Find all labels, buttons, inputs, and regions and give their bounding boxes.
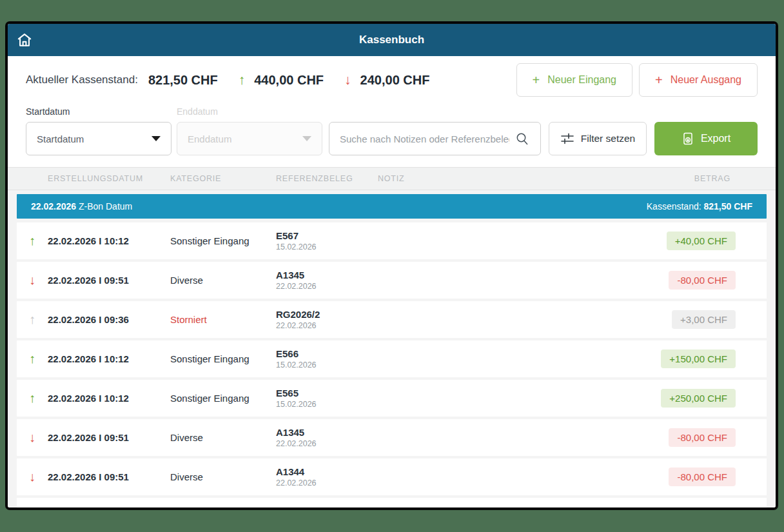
file-download-icon [681,132,694,145]
expense-total: 240,00 CHF [360,73,430,88]
row-amount-cell: +150,00 CHF [625,350,767,368]
zbon-banner: 22.02.2026 Z-Bon Datum Kassenstand: 821,… [17,194,767,219]
row-datetime: 22.02.2026 I 10:12 [48,393,170,404]
row-reference-number: E566 [276,348,378,360]
direction-arrow-icon: ↓ [17,273,48,288]
row-amount-cell: +40,00 CHF [625,232,767,250]
zbon-balance-value: 821,50 CHF [704,201,752,212]
new-income-label: Neuer Eingang [547,74,616,86]
amount-badge: +250,00 CHF [661,389,736,408]
end-date-select[interactable]: Enddatum [177,122,322,155]
zbon-label: Z-Bon Datum [79,201,132,212]
row-datetime: 22.02.2026 I 09:51 [48,432,170,443]
summary-bar: Aktueller Kassenstand: 821,50 CHF ↑ 440,… [8,56,776,104]
row-reference-number: A1345 [276,270,378,281]
table-header: ERSTELLUNGSDATUM KATEGORIE REFERENZBELEG… [8,167,776,190]
filter-bar: Startdatum Enddatum Startdatum Enddatum [8,104,776,167]
row-amount-cell: +3,00 CHF [625,310,767,329]
transaction-row[interactable]: ↑ 22.02.2026 I 10:12 Sonstiger Eingang E… [17,222,767,259]
plus-icon: + [655,73,663,88]
expense-arrow-icon: ↓ [344,72,351,88]
home-button[interactable] [8,24,41,56]
transaction-row[interactable]: ↑ 22.02.2026 I 10:12 Sonstiger Eingang E… [17,380,767,417]
start-date-value: Startdatum [37,133,84,144]
row-amount-cell: -80,00 CHF [625,468,767,486]
set-filter-button[interactable]: Filter setzen [549,122,647,155]
page-title: Kassenbuch [8,34,776,46]
transaction-row[interactable]: ↓ 22.02.2026 I 09:51 Diverse A1345 22.02… [17,262,767,299]
row-datetime: 22.02.2026 I 09:51 [48,275,170,286]
balance-summary: Aktueller Kassenstand: 821,50 CHF ↑ 440,… [26,72,429,88]
sliders-icon [560,132,574,146]
row-reference-date: 15.02.2026 [276,399,378,409]
amount-badge: -80,00 CHF [669,428,736,447]
balance-value: 821,50 CHF [148,73,218,88]
new-expense-button[interactable]: + Neuer Ausgang [639,63,758,97]
income-total: 440,00 CHF [254,73,324,88]
direction-arrow-icon: ↑ [17,312,48,327]
row-reference-number: RG2026/2 [276,309,378,320]
row-reference-date: 22.02.2026 [276,478,378,488]
row-reference: RG2026/2 22.02.2026 [276,309,378,331]
start-date-select[interactable]: Startdatum [26,122,172,155]
column-header-kategorie: KATEGORIE [170,174,276,183]
amount-badge: +150,00 CHF [661,350,736,368]
row-amount-cell: +250,00 CHF [625,389,767,408]
chevron-down-icon [302,136,311,141]
row-reference: A1345 22.02.2026 [276,270,378,291]
amount-badge: -80,00 CHF [669,468,736,486]
row-reference-date: 22.02.2026 [276,320,378,331]
entry-actions: + Neuer Eingang + Neuer Ausgang [516,63,758,97]
row-category: Diverse [170,432,276,443]
home-icon [16,32,33,48]
search-icon[interactable] [514,131,530,146]
balance-label: Aktueller Kassenstand: [26,74,138,86]
amount-badge: -80,00 CHF [669,271,736,290]
zbon-balance-label: Kassenstand: [647,201,701,212]
column-header-betrag: BETRAG [625,174,767,183]
chevron-down-icon [152,136,161,141]
zbon-date: 22.02.2026 [31,201,76,212]
row-category: Sonstiger Eingang [170,393,276,404]
row-category: Diverse [170,471,276,482]
transaction-row[interactable]: ↑ 22.02.2026 I 09:36 Storniert RG2026/2 … [17,301,767,338]
row-category: Sonstiger Eingang [170,235,276,246]
row-category: Sonstiger Eingang [170,353,276,364]
end-date-label: Enddatum [177,106,218,121]
start-date-label: Startdatum [26,106,177,121]
search-input[interactable] [340,133,509,144]
direction-arrow-icon: ↑ [17,233,48,248]
plus-icon: + [533,73,540,88]
row-amount-cell: -80,00 CHF [625,428,767,447]
row-amount-cell: -80,00 CHF [625,271,767,290]
transaction-list: 22.02.2026 Z-Bon Datum Kassenstand: 821,… [8,190,776,507]
column-header-referenzbeleg: REFERENZBELEG [276,174,378,183]
transaction-row[interactable]: ↑ 22.02.2026 I 10:12 Sonstiger Eingang E… [17,340,767,377]
row-reference-date: 15.02.2026 [276,360,378,370]
search-field [329,122,541,155]
amount-badge: +40,00 CHF [667,232,736,250]
app-window: Kassenbuch Aktueller Kassenstand: 821,50… [5,21,778,510]
top-bar: Kassenbuch [8,24,776,56]
row-reference-number: A1344 [276,466,378,478]
row-reference: A1345 22.02.2026 [276,427,378,449]
row-datetime: 22.02.2026 I 09:51 [48,471,170,482]
export-button[interactable]: Export [654,122,758,155]
row-reference-date: 22.02.2026 [276,281,378,291]
direction-arrow-icon: ↓ [17,430,48,445]
row-datetime: 22.02.2026 I 10:12 [48,353,170,364]
row-reference: E567 15.02.2026 [276,230,378,252]
direction-arrow-icon: ↓ [17,469,48,484]
direction-arrow-icon: ↑ [17,391,48,406]
row-reference-date: 22.02.2026 [276,438,378,449]
transaction-row[interactable]: ↓ 22.02.2026 I 09:51 Diverse A1344 22.02… [17,458,767,495]
transaction-row[interactable]: ↓ 22.02.2026 I 09:51 Diverse A1345 22.02… [17,419,767,456]
row-reference: A1344 22.02.2026 [276,466,378,488]
new-income-button[interactable]: + Neuer Eingang [516,63,632,97]
income-arrow-icon: ↑ [239,72,246,88]
partial-row [17,498,767,507]
row-reference: E566 15.02.2026 [276,348,378,370]
row-datetime: 22.02.2026 I 10:12 [48,235,170,246]
row-reference-number: E567 [276,230,378,242]
row-reference-number: E565 [276,388,378,399]
